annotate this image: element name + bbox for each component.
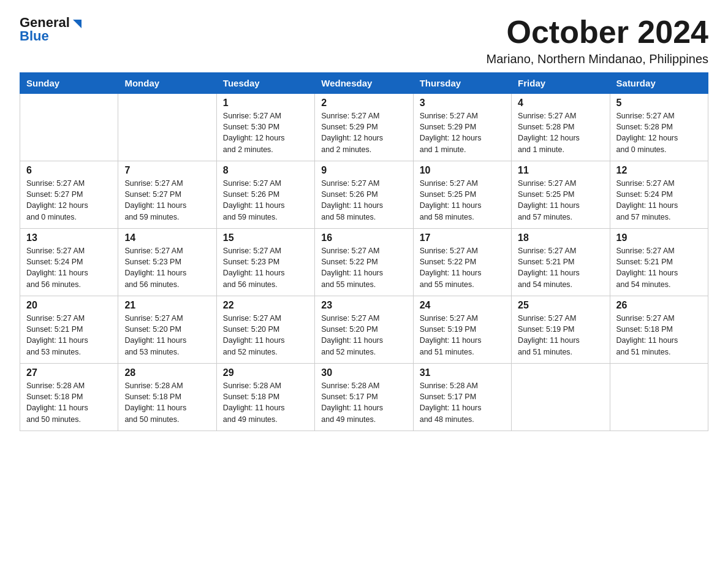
day-info: Sunrise: 5:27 AMSunset: 5:22 PMDaylight:… [321,245,406,290]
header-saturday: Saturday [610,73,708,94]
day-info: Sunrise: 5:27 AMSunset: 5:30 PMDaylight:… [223,110,308,155]
week-row-3: 13Sunrise: 5:27 AMSunset: 5:24 PMDayligh… [20,229,708,296]
day-info: Sunrise: 5:27 AMSunset: 5:26 PMDaylight:… [223,178,308,223]
day-info: Sunrise: 5:27 AMSunset: 5:24 PMDaylight:… [26,245,112,290]
header-sunday: Sunday [20,73,118,94]
day-number: 24 [420,300,505,311]
week-row-2: 6Sunrise: 5:27 AMSunset: 5:27 PMDaylight… [20,161,708,229]
header-wednesday: Wednesday [315,73,413,94]
calendar-cell [610,364,708,431]
day-info: Sunrise: 5:27 AMSunset: 5:24 PMDaylight:… [616,178,702,223]
day-info: Sunrise: 5:27 AMSunset: 5:28 PMDaylight:… [616,110,702,155]
calendar-title: October 2024 [487,15,708,50]
day-info: Sunrise: 5:27 AMSunset: 5:20 PMDaylight:… [223,313,308,358]
day-number: 15 [223,232,308,243]
header-friday: Friday [512,73,610,94]
calendar-cell: 3Sunrise: 5:27 AMSunset: 5:29 PMDaylight… [413,94,511,161]
week-row-4: 20Sunrise: 5:27 AMSunset: 5:21 PMDayligh… [20,296,708,364]
calendar-header: SundayMondayTuesdayWednesdayThursdayFrid… [20,73,708,94]
calendar-cell: 12Sunrise: 5:27 AMSunset: 5:24 PMDayligh… [610,161,708,229]
calendar-cell: 13Sunrise: 5:27 AMSunset: 5:24 PMDayligh… [20,229,118,296]
day-number: 22 [223,300,308,311]
calendar-cell: 8Sunrise: 5:27 AMSunset: 5:26 PMDaylight… [216,161,314,229]
day-number: 13 [26,232,112,243]
calendar-cell [20,94,118,161]
calendar-cell: 16Sunrise: 5:27 AMSunset: 5:22 PMDayligh… [315,229,413,296]
calendar-subtitle: Mariano, Northern Mindanao, Philippines [487,52,708,66]
calendar-cell: 26Sunrise: 5:27 AMSunset: 5:18 PMDayligh… [610,296,708,364]
header-thursday: Thursday [413,73,511,94]
calendar-cell [118,94,216,161]
day-number: 14 [124,232,210,243]
day-number: 18 [518,232,603,243]
calendar-cell: 4Sunrise: 5:27 AMSunset: 5:28 PMDaylight… [512,94,610,161]
calendar-cell: 7Sunrise: 5:27 AMSunset: 5:27 PMDaylight… [118,161,216,229]
day-info: Sunrise: 5:27 AMSunset: 5:22 PMDaylight:… [420,245,505,290]
day-info: Sunrise: 5:27 AMSunset: 5:26 PMDaylight:… [321,178,406,223]
day-number: 4 [518,98,603,109]
day-number: 19 [616,232,702,243]
header-tuesday: Tuesday [216,73,314,94]
header-row: SundayMondayTuesdayWednesdayThursdayFrid… [20,73,708,94]
day-info: Sunrise: 5:27 AMSunset: 5:19 PMDaylight:… [518,313,603,358]
calendar-body: 1Sunrise: 5:27 AMSunset: 5:30 PMDaylight… [20,94,708,431]
day-info: Sunrise: 5:27 AMSunset: 5:29 PMDaylight:… [420,110,505,155]
day-number: 26 [616,300,702,311]
day-number: 1 [223,98,308,109]
day-number: 20 [26,300,112,311]
day-info: Sunrise: 5:27 AMSunset: 5:23 PMDaylight:… [223,245,308,290]
calendar-cell: 18Sunrise: 5:27 AMSunset: 5:21 PMDayligh… [512,229,610,296]
logo-triangle-icon [70,17,84,31]
calendar-cell: 23Sunrise: 5:27 AMSunset: 5:20 PMDayligh… [315,296,413,364]
day-number: 8 [223,165,308,176]
day-number: 25 [518,300,603,311]
day-info: Sunrise: 5:27 AMSunset: 5:21 PMDaylight:… [26,313,112,358]
calendar-cell: 31Sunrise: 5:28 AMSunset: 5:17 PMDayligh… [413,364,511,431]
day-number: 9 [321,165,406,176]
day-info: Sunrise: 5:27 AMSunset: 5:19 PMDaylight:… [420,313,505,358]
day-number: 23 [321,300,406,311]
week-row-5: 27Sunrise: 5:28 AMSunset: 5:18 PMDayligh… [20,364,708,431]
calendar-cell [512,364,610,431]
day-info: Sunrise: 5:27 AMSunset: 5:21 PMDaylight:… [518,245,603,290]
day-number: 28 [124,367,210,378]
calendar-cell: 30Sunrise: 5:28 AMSunset: 5:17 PMDayligh… [315,364,413,431]
calendar-cell: 24Sunrise: 5:27 AMSunset: 5:19 PMDayligh… [413,296,511,364]
calendar-cell: 15Sunrise: 5:27 AMSunset: 5:23 PMDayligh… [216,229,314,296]
calendar-cell: 17Sunrise: 5:27 AMSunset: 5:22 PMDayligh… [413,229,511,296]
day-info: Sunrise: 5:27 AMSunset: 5:27 PMDaylight:… [124,178,210,223]
calendar-cell: 2Sunrise: 5:27 AMSunset: 5:29 PMDaylight… [315,94,413,161]
calendar-cell: 10Sunrise: 5:27 AMSunset: 5:25 PMDayligh… [413,161,511,229]
day-number: 5 [616,98,702,109]
day-number: 27 [26,367,112,378]
logo: General Blue [20,15,84,44]
day-info: Sunrise: 5:27 AMSunset: 5:25 PMDaylight:… [518,178,603,223]
day-number: 10 [420,165,505,176]
day-info: Sunrise: 5:27 AMSunset: 5:20 PMDaylight:… [321,313,406,358]
day-info: Sunrise: 5:28 AMSunset: 5:17 PMDaylight:… [321,380,406,425]
calendar-cell: 6Sunrise: 5:27 AMSunset: 5:27 PMDaylight… [20,161,118,229]
day-number: 6 [26,165,112,176]
calendar-cell: 14Sunrise: 5:27 AMSunset: 5:23 PMDayligh… [118,229,216,296]
calendar-table: SundayMondayTuesdayWednesdayThursdayFrid… [20,72,708,431]
calendar-cell: 22Sunrise: 5:27 AMSunset: 5:20 PMDayligh… [216,296,314,364]
day-info: Sunrise: 5:27 AMSunset: 5:20 PMDaylight:… [124,313,210,358]
calendar-cell: 11Sunrise: 5:27 AMSunset: 5:25 PMDayligh… [512,161,610,229]
day-info: Sunrise: 5:28 AMSunset: 5:18 PMDaylight:… [26,380,112,425]
calendar-cell: 28Sunrise: 5:28 AMSunset: 5:18 PMDayligh… [118,364,216,431]
day-number: 30 [321,367,406,378]
day-number: 7 [124,165,210,176]
day-number: 29 [223,367,308,378]
day-info: Sunrise: 5:27 AMSunset: 5:18 PMDaylight:… [616,313,702,358]
day-number: 31 [420,367,505,378]
calendar-cell: 5Sunrise: 5:27 AMSunset: 5:28 PMDaylight… [610,94,708,161]
day-info: Sunrise: 5:27 AMSunset: 5:29 PMDaylight:… [321,110,406,155]
calendar-cell: 27Sunrise: 5:28 AMSunset: 5:18 PMDayligh… [20,364,118,431]
day-info: Sunrise: 5:27 AMSunset: 5:27 PMDaylight:… [26,178,112,223]
day-number: 12 [616,165,702,176]
calendar-title-block: October 2024 Mariano, Northern Mindanao,… [487,15,708,66]
day-info: Sunrise: 5:27 AMSunset: 5:23 PMDaylight:… [124,245,210,290]
week-row-1: 1Sunrise: 5:27 AMSunset: 5:30 PMDaylight… [20,94,708,161]
day-number: 2 [321,98,406,109]
day-info: Sunrise: 5:27 AMSunset: 5:25 PMDaylight:… [420,178,505,223]
